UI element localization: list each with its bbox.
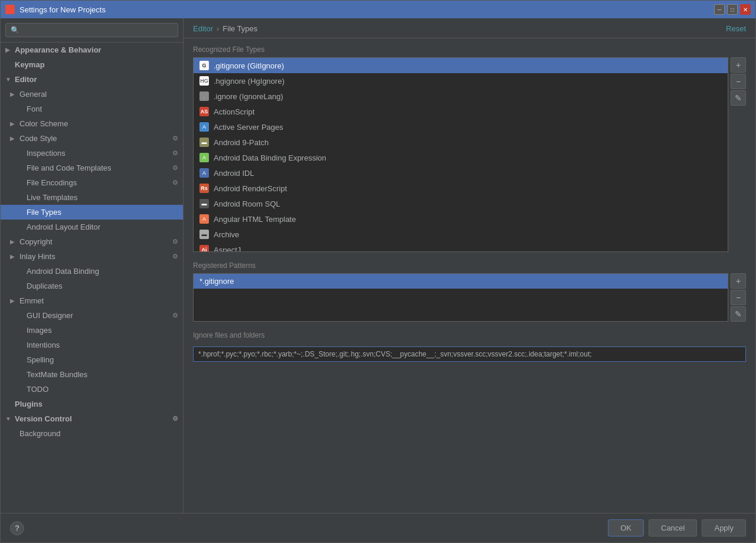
file-type-icon: ▬ xyxy=(199,230,209,239)
file-type-icon: A xyxy=(199,214,209,224)
sidebar-item-android-layout-editor[interactable]: Android Layout Editor xyxy=(1,220,183,234)
file-type-item[interactable]: G .gitignore (GitIgnore) xyxy=(194,58,728,73)
remove-file-type-button[interactable]: − xyxy=(731,74,746,89)
patterns-side-buttons: + − ✎ xyxy=(728,273,746,322)
file-type-item[interactable]: AS ActionScript xyxy=(194,104,728,119)
cancel-button[interactable]: Cancel xyxy=(649,519,697,537)
reset-button[interactable]: Reset xyxy=(726,24,746,33)
sidebar-item-color-scheme[interactable]: ▶ Color Scheme xyxy=(1,116,183,131)
file-type-item[interactable]: . .ignore (IgnoreLang) xyxy=(194,89,728,104)
apply-button[interactable]: Apply xyxy=(702,519,746,537)
minimize-button[interactable]: ─ xyxy=(714,4,725,15)
sidebar-item-todo[interactable]: TODO xyxy=(1,382,183,397)
sidebar: ▶ Appearance & Behavior Keymap ▼ Editor … xyxy=(1,18,184,513)
recognized-side-buttons: + − ✎ xyxy=(728,57,746,252)
sidebar-item-editor[interactable]: ▼ Editor xyxy=(1,72,183,87)
sidebar-item-label: Inlay Hints xyxy=(19,252,55,261)
sidebar-item-label: File and Code Templates xyxy=(27,163,112,172)
sidebar-item-images[interactable]: Images xyxy=(1,323,183,338)
arrow-icon: ▶ xyxy=(10,297,17,304)
recognized-label: Recognized File Types xyxy=(193,45,746,54)
sidebar-item-label: Android Data Binding xyxy=(27,267,99,276)
file-type-item[interactable]: HG .hgignore (HgIgnore) xyxy=(194,73,728,89)
sidebar-item-background[interactable]: Background xyxy=(1,426,183,441)
sidebar-item-android-data-binding[interactable]: Android Data Binding xyxy=(1,264,183,279)
file-type-item[interactable]: A Angular HTML Template xyxy=(194,211,728,227)
sidebar-item-intentions[interactable]: Intentions xyxy=(1,338,183,352)
sidebar-item-textmate-bundles[interactable]: TextMate Bundles xyxy=(1,367,183,382)
sidebar-item-font[interactable]: Font xyxy=(1,102,183,116)
sidebar-item-inlay-hints[interactable]: ▶ Inlay Hints ⚙ xyxy=(1,249,183,264)
sidebar-item-copyright[interactable]: ▶ Copyright ⚙ xyxy=(1,234,183,249)
main-content: Recognized File Types G .gitignore (GitI… xyxy=(184,38,755,513)
file-type-item[interactable]: ▬ Android 9-Patch xyxy=(194,135,728,150)
remove-pattern-button[interactable]: − xyxy=(731,290,746,305)
ok-button[interactable]: OK xyxy=(608,519,644,537)
sidebar-item-general[interactable]: ▶ General xyxy=(1,87,183,102)
file-type-icon: G xyxy=(199,61,209,70)
file-type-item[interactable]: Rs Android RenderScript xyxy=(194,181,728,196)
edit-file-type-button[interactable]: ✎ xyxy=(731,90,746,106)
sidebar-item-label: TODO xyxy=(27,385,48,394)
sidebar-item-emmet[interactable]: ▶ Emmet xyxy=(1,293,183,308)
window-title: Settings for New Projects xyxy=(19,5,106,14)
recognized-file-types-section: Recognized File Types G .gitignore (GitI… xyxy=(193,45,746,252)
sidebar-item-file-types[interactable]: File Types xyxy=(1,205,183,220)
settings-icon: ⚙ xyxy=(172,164,178,172)
sidebar-item-file-encodings[interactable]: File Encodings ⚙ xyxy=(1,175,183,190)
sidebar-item-label: Copyright xyxy=(19,237,53,246)
file-type-label: .hgignore (HgIgnore) xyxy=(214,77,284,86)
sidebar-item-plugins[interactable]: Plugins xyxy=(1,397,183,411)
file-type-item[interactable]: Aj AspectJ xyxy=(194,242,728,252)
edit-pattern-button[interactable]: ✎ xyxy=(731,306,746,322)
patterns-list: *.gitignore xyxy=(193,273,728,322)
arrow-icon: ▶ xyxy=(10,135,17,142)
file-type-item[interactable]: A Active Server Pages xyxy=(194,119,728,135)
sidebar-item-label: Inspections xyxy=(27,149,66,158)
arrow-icon: ▼ xyxy=(5,76,12,83)
file-type-icon: HG xyxy=(199,76,209,86)
file-type-icon: A xyxy=(199,153,209,162)
file-type-item[interactable]: A Android Data Binding Expression xyxy=(194,150,728,165)
arrow-icon: ▶ xyxy=(10,253,17,260)
help-button[interactable]: ? xyxy=(10,521,24,535)
file-type-icon: AS xyxy=(199,107,209,116)
sidebar-item-inspections[interactable]: Inspections ⚙ xyxy=(1,146,183,161)
ignore-label: Ignore files and folders xyxy=(193,331,746,339)
ignore-input[interactable] xyxy=(193,346,746,362)
add-file-type-button[interactable]: + xyxy=(731,57,746,73)
sidebar-item-gui-designer[interactable]: GUI Designer ⚙ xyxy=(1,308,183,323)
file-type-item[interactable]: ▬ Android Room SQL xyxy=(194,196,728,211)
sidebar-item-label: Font xyxy=(27,104,42,113)
registered-patterns-section: Registered Patterns *.gitignore + − ✎ xyxy=(193,261,746,322)
pattern-item[interactable]: *.gitignore xyxy=(194,274,728,289)
sidebar-item-duplicates[interactable]: Duplicates xyxy=(1,279,183,293)
sidebar-item-live-templates[interactable]: Live Templates xyxy=(1,190,183,205)
search-input[interactable] xyxy=(5,23,178,37)
sidebar-item-label: Live Templates xyxy=(27,193,77,202)
sidebar-item-spelling[interactable]: Spelling xyxy=(1,352,183,367)
sidebar-item-label: Emmet xyxy=(19,296,44,305)
sidebar-item-file-and-code-templates[interactable]: File and Code Templates ⚙ xyxy=(1,161,183,175)
settings-icon: ⚙ xyxy=(172,135,178,142)
arrow-icon: ▶ xyxy=(10,238,17,245)
add-pattern-button[interactable]: + xyxy=(731,273,746,289)
pattern-label: *.gitignore xyxy=(199,277,234,286)
close-button[interactable]: ✕ xyxy=(740,4,751,15)
file-type-icon: . xyxy=(199,91,209,101)
main-window: Settings for New Projects ─ □ ✕ ▶ Appear… xyxy=(0,0,756,543)
sidebar-item-appearance[interactable]: ▶ Appearance & Behavior xyxy=(1,42,183,57)
sidebar-item-code-style[interactable]: ▶ Code Style ⚙ xyxy=(1,131,183,146)
breadcrumb-parent[interactable]: Editor xyxy=(193,24,213,33)
sidebar-item-keymap[interactable]: Keymap xyxy=(1,57,183,72)
title-bar-left: Settings for New Projects xyxy=(5,5,106,14)
file-type-item[interactable]: ▬ Archive xyxy=(194,227,728,242)
sidebar-item-version-control[interactable]: ▼ Version Control ⚙ xyxy=(1,411,183,426)
file-type-label: Active Server Pages xyxy=(214,123,283,132)
main-header: Editor › File Types Reset xyxy=(184,18,755,38)
sidebar-item-label: Appearance & Behavior xyxy=(15,45,102,54)
file-type-item[interactable]: A Android IDL xyxy=(194,165,728,181)
title-bar: Settings for New Projects ─ □ ✕ xyxy=(1,1,755,18)
maximize-button[interactable]: □ xyxy=(727,4,738,15)
breadcrumb-sep: › xyxy=(217,24,219,33)
